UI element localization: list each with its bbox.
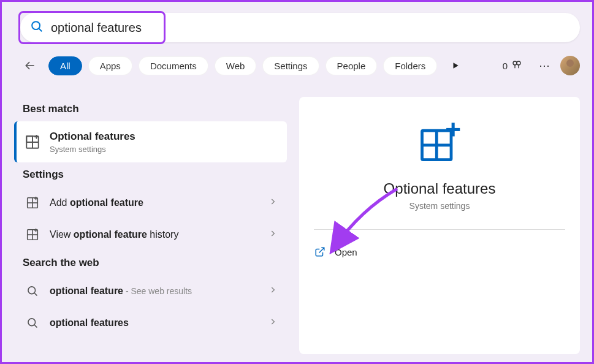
- open-action[interactable]: Open: [314, 241, 565, 263]
- filter-tab-people[interactable]: People: [326, 56, 378, 75]
- best-match-result[interactable]: Optional features System settings: [14, 121, 287, 162]
- svg-point-0: [32, 21, 40, 29]
- grid-plus-icon: [24, 226, 41, 243]
- svg-marker-3: [454, 63, 459, 68]
- filter-tab-documents[interactable]: Documents: [139, 56, 208, 75]
- svg-line-24: [34, 293, 37, 295]
- section-best-match: Best match: [14, 97, 287, 121]
- settings-result-add[interactable]: Add optional feature: [14, 187, 287, 219]
- svg-rect-6: [26, 136, 32, 142]
- preview-panel: Optional features System settings Open: [299, 97, 580, 354]
- web-result-label: optional feature - See web results: [50, 286, 260, 297]
- preview-divider: [314, 229, 565, 230]
- filter-tab-web[interactable]: Web: [215, 56, 257, 75]
- section-search-web: Search the web: [14, 251, 287, 275]
- svg-point-4: [513, 61, 517, 65]
- svg-point-25: [28, 319, 36, 326]
- filter-tab-apps[interactable]: Apps: [88, 56, 132, 75]
- section-settings: Settings: [14, 162, 287, 187]
- search-input[interactable]: [51, 21, 570, 35]
- preview-title: Optional features: [314, 180, 565, 197]
- settings-result-label: View optional feature history: [50, 229, 260, 240]
- grid-plus-icon: [24, 194, 41, 211]
- filter-tab-settings[interactable]: Settings: [262, 56, 319, 75]
- settings-result-view-history[interactable]: View optional feature history: [14, 219, 287, 251]
- search-icon: [30, 20, 44, 36]
- svg-point-23: [28, 287, 36, 294]
- open-external-icon: [314, 246, 326, 258]
- open-action-label: Open: [335, 247, 357, 257]
- settings-result-label: Add optional feature: [50, 197, 260, 208]
- svg-line-1: [39, 29, 42, 32]
- chevron-right-icon: [268, 197, 277, 208]
- search-bar[interactable]: [20, 13, 580, 42]
- filter-tab-all[interactable]: All: [48, 56, 82, 75]
- web-result-label: optional features: [50, 317, 260, 328]
- chevron-right-icon: [268, 286, 277, 297]
- svg-line-26: [34, 325, 37, 327]
- web-result-1[interactable]: optional feature - See web results: [14, 275, 287, 307]
- rewards-count: 0: [503, 61, 508, 71]
- results-column: Best match Optional features System sett…: [14, 97, 287, 339]
- preview-subtitle: System settings: [314, 201, 565, 211]
- more-menu-button[interactable]: ⋯: [535, 56, 554, 75]
- preview-app-icon: [314, 119, 565, 165]
- web-result-2[interactable]: optional features: [14, 307, 287, 339]
- best-match-title: Optional features: [50, 130, 277, 143]
- back-button[interactable]: [20, 56, 40, 75]
- search-icon: [24, 282, 41, 300]
- svg-line-32: [319, 248, 324, 252]
- chevron-right-icon: [268, 317, 277, 328]
- svg-point-5: [517, 61, 520, 65]
- user-avatar[interactable]: [560, 56, 580, 75]
- filter-tabs-row: All Apps Documents Web Settings People F…: [20, 56, 580, 75]
- optional-features-icon: [24, 134, 41, 151]
- chevron-right-icon: [268, 229, 277, 240]
- filter-tab-folders[interactable]: Folders: [383, 56, 437, 75]
- filter-more-button[interactable]: [447, 57, 464, 74]
- rewards-button[interactable]: 0: [497, 57, 528, 75]
- best-match-subtitle: System settings: [50, 145, 277, 154]
- search-icon: [24, 314, 41, 332]
- rewards-icon: [511, 59, 522, 72]
